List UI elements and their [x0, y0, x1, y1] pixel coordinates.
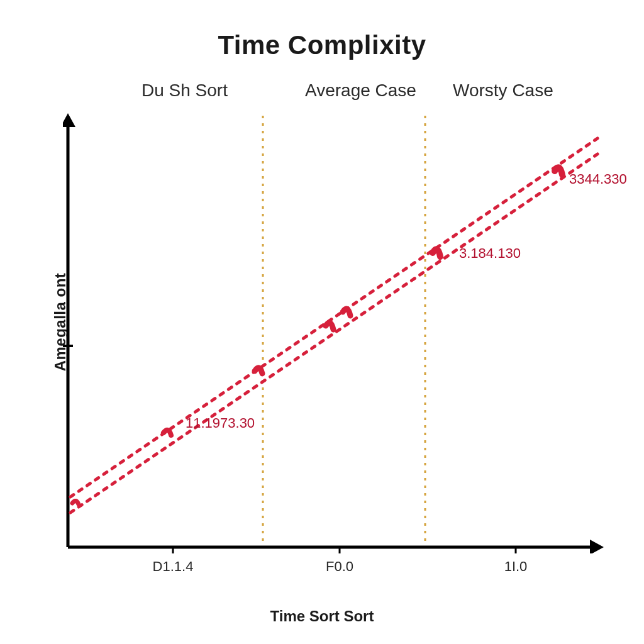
region-label-2: Worsty Case [453, 80, 553, 101]
data-label-1: 3.184.130 [459, 245, 521, 262]
marker-3 [326, 323, 333, 330]
chart-svg [63, 113, 604, 553]
marker-4 [433, 249, 440, 257]
region-label-1: Average Case [305, 80, 416, 101]
region-label-0: Du Sh Sort [142, 80, 228, 101]
marker-0 [72, 501, 79, 504]
series-line-lower [70, 154, 597, 513]
chart-container: Time Complixity Du Sh Sort Average Case … [0, 0, 644, 644]
data-label-2: 3344.330 [569, 171, 627, 187]
series-line-upper [70, 138, 597, 497]
chart-title: Time Complixity [0, 30, 644, 60]
marker-1 [164, 430, 171, 435]
marker-5 [555, 167, 562, 175]
x-tick-label-0: D1.1.4 [153, 558, 194, 575]
plot-area: D1.1.4 F0.0 1I.0 11.1973.30 3.184.130 33… [63, 113, 604, 553]
x-tick-label-1: F0.0 [326, 558, 353, 575]
x-axis-arrow-icon [590, 540, 604, 553]
marker-3b [343, 309, 350, 316]
x-axis-label: Time Sort Sort [0, 608, 644, 625]
y-axis-arrow-icon [63, 113, 75, 127]
data-label-0: 11.1973.30 [186, 415, 255, 431]
x-tick-label-2: 1I.0 [504, 558, 528, 575]
marker-2 [255, 368, 262, 374]
